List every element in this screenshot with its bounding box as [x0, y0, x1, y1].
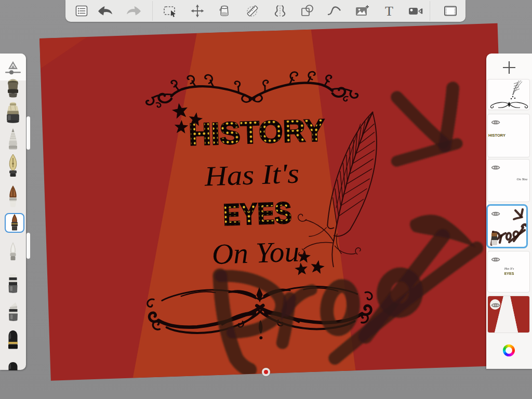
svg-text:On You: On You — [211, 235, 300, 271]
svg-text:T: T — [385, 4, 393, 18]
svg-text:HISTORY: HISTORY — [188, 113, 325, 152]
svg-text:EYES: EYES — [222, 195, 292, 231]
svg-text:Has It's: Has It's — [204, 158, 300, 192]
